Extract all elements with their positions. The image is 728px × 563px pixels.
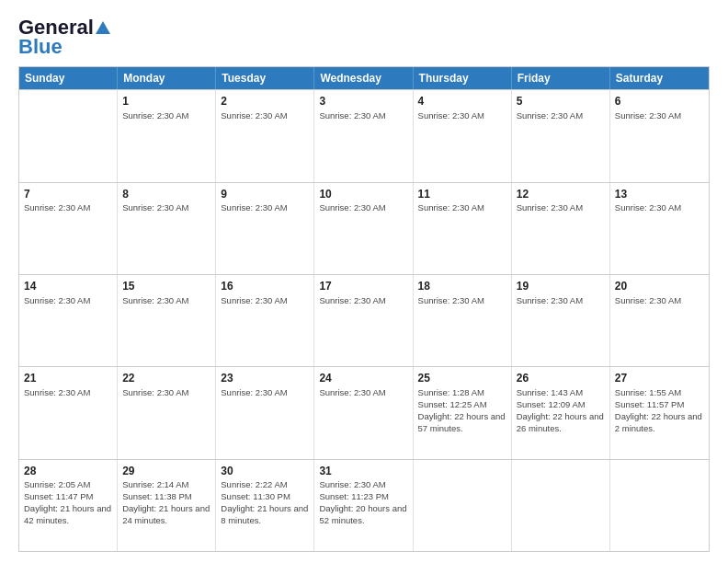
cell-day-number: 6 [615, 94, 704, 109]
cell-info-text: Sunrise: 1:43 AM Sunset: 12:09 AM Daylig… [517, 387, 605, 434]
cell-day-number: 7 [24, 187, 112, 202]
calendar-cell: 22Sunrise: 2:30 AM [118, 367, 216, 458]
cell-info-text: Sunrise: 2:30 AM [615, 202, 704, 214]
calendar-cell: 16Sunrise: 2:30 AM [216, 275, 314, 366]
cell-day-number: 8 [122, 187, 210, 202]
cell-day-number: 3 [319, 94, 407, 109]
calendar-body: 1Sunrise: 2:30 AM2Sunrise: 2:30 AM3Sunri… [19, 89, 709, 551]
cell-day-number: 23 [221, 371, 309, 386]
calendar-cell [19, 90, 118, 181]
cell-info-text: Sunrise: 2:30 AM [221, 295, 309, 307]
calendar-cell: 13Sunrise: 2:30 AM [610, 183, 709, 274]
calendar-cell: 1Sunrise: 2:30 AM [118, 90, 216, 181]
calendar-cell: 9Sunrise: 2:30 AM [216, 183, 314, 274]
cell-info-text: Sunrise: 2:30 AM [221, 202, 309, 214]
weekday-header-monday: Monday [118, 67, 216, 89]
calendar-cell: 10Sunrise: 2:30 AM [314, 183, 413, 274]
weekday-header-wednesday: Wednesday [314, 67, 413, 89]
cell-day-number: 28 [24, 464, 112, 479]
calendar-row-1: 7Sunrise: 2:30 AM8Sunrise: 2:30 AM9Sunri… [19, 182, 709, 274]
calendar-cell: 28Sunrise: 2:05 AM Sunset: 11:47 PM Dayl… [19, 460, 118, 551]
cell-info-text: Sunrise: 2:30 AM [418, 295, 506, 307]
calendar-cell: 18Sunrise: 2:30 AM [414, 275, 512, 366]
cell-day-number: 29 [122, 464, 210, 479]
cell-day-number: 25 [418, 371, 506, 386]
calendar-row-4: 28Sunrise: 2:05 AM Sunset: 11:47 PM Dayl… [19, 459, 709, 551]
calendar-cell: 31Sunrise: 2:30 AM Sunset: 11:23 PM Dayl… [314, 460, 413, 551]
weekday-header-thursday: Thursday [414, 67, 512, 89]
cell-day-number: 19 [517, 279, 605, 294]
cell-info-text: Sunrise: 2:30 AM [517, 202, 605, 214]
cell-info-text: Sunrise: 2:30 AM [221, 110, 309, 122]
cell-info-text: Sunrise: 2:05 AM Sunset: 11:47 PM Daylig… [24, 479, 112, 526]
cell-day-number: 26 [517, 371, 605, 386]
cell-info-text: Sunrise: 2:30 AM [615, 295, 704, 307]
cell-info-text: Sunrise: 2:30 AM [24, 202, 112, 214]
calendar-cell: 11Sunrise: 2:30 AM [414, 183, 512, 274]
calendar-cell: 12Sunrise: 2:30 AM [512, 183, 610, 274]
weekday-header-tuesday: Tuesday [216, 67, 314, 89]
header: General Blue [18, 17, 710, 59]
cell-info-text: Sunrise: 2:30 AM [24, 295, 112, 307]
cell-day-number: 20 [615, 279, 704, 294]
calendar-cell: 21Sunrise: 2:30 AM [19, 367, 118, 458]
cell-day-number: 31 [319, 464, 407, 479]
calendar-cell [414, 460, 512, 551]
calendar-cell: 6Sunrise: 2:30 AM [610, 90, 709, 181]
cell-info-text: Sunrise: 2:30 AM [122, 110, 210, 122]
cell-info-text: Sunrise: 2:30 AM Sunset: 11:23 PM Daylig… [319, 479, 407, 526]
cell-day-number: 21 [24, 371, 112, 386]
cell-info-text: Sunrise: 2:30 AM [122, 387, 210, 399]
cell-day-number: 27 [615, 371, 704, 386]
cell-info-text: Sunrise: 2:22 AM Sunset: 11:30 PM Daylig… [221, 479, 309, 526]
cell-day-number: 10 [319, 187, 407, 202]
calendar-cell: 14Sunrise: 2:30 AM [19, 275, 118, 366]
cell-day-number: 24 [319, 371, 407, 386]
cell-day-number: 16 [221, 279, 309, 294]
logo-triangle-icon [96, 21, 110, 34]
cell-info-text: Sunrise: 2:30 AM [319, 295, 407, 307]
cell-day-number: 2 [221, 94, 309, 109]
weekday-header-sunday: Sunday [19, 67, 118, 89]
calendar-cell: 3Sunrise: 2:30 AM [314, 90, 413, 181]
cell-day-number: 12 [517, 187, 605, 202]
cell-info-text: Sunrise: 2:30 AM [615, 110, 704, 122]
cell-info-text: Sunrise: 2:30 AM [122, 295, 210, 307]
calendar-cell: 8Sunrise: 2:30 AM [118, 183, 216, 274]
cell-info-text: Sunrise: 1:55 AM Sunset: 11:57 PM Daylig… [615, 387, 704, 434]
cell-info-text: Sunrise: 2:30 AM [319, 202, 407, 214]
calendar-cell: 27Sunrise: 1:55 AM Sunset: 11:57 PM Dayl… [610, 367, 709, 458]
calendar-cell [512, 460, 610, 551]
cell-info-text: Sunrise: 2:30 AM [319, 387, 407, 399]
cell-info-text: Sunrise: 2:30 AM [418, 202, 506, 214]
calendar-cell [610, 460, 709, 551]
calendar: SundayMondayTuesdayWednesdayThursdayFrid… [18, 66, 710, 552]
calendar-cell: 20Sunrise: 2:30 AM [610, 275, 709, 366]
calendar-cell: 23Sunrise: 2:30 AM [216, 367, 314, 458]
calendar-cell: 30Sunrise: 2:22 AM Sunset: 11:30 PM Dayl… [216, 460, 314, 551]
cell-day-number: 13 [615, 187, 704, 202]
cell-day-number: 11 [418, 187, 506, 202]
cell-info-text: Sunrise: 2:30 AM [24, 387, 112, 399]
weekday-header-friday: Friday [512, 67, 610, 89]
calendar-cell: 7Sunrise: 2:30 AM [19, 183, 118, 274]
calendar-cell: 5Sunrise: 2:30 AM [512, 90, 610, 181]
calendar-cell: 26Sunrise: 1:43 AM Sunset: 12:09 AM Dayl… [512, 367, 610, 458]
calendar-cell: 19Sunrise: 2:30 AM [512, 275, 610, 366]
cell-day-number: 5 [517, 94, 605, 109]
cell-day-number: 15 [122, 279, 210, 294]
cell-info-text: Sunrise: 2:30 AM [517, 110, 605, 122]
calendar-cell: 2Sunrise: 2:30 AM [216, 90, 314, 181]
cell-info-text: Sunrise: 1:28 AM Sunset: 12:25 AM Daylig… [418, 387, 506, 434]
calendar-cell: 4Sunrise: 2:30 AM [414, 90, 512, 181]
weekday-header-saturday: Saturday [610, 67, 709, 89]
cell-info-text: Sunrise: 2:30 AM [517, 295, 605, 307]
cell-info-text: Sunrise: 2:30 AM [418, 110, 506, 122]
cell-info-text: Sunrise: 2:30 AM [122, 202, 210, 214]
calendar-row-0: 1Sunrise: 2:30 AM2Sunrise: 2:30 AM3Sunri… [19, 89, 709, 181]
logo: General Blue [18, 17, 110, 59]
cell-info-text: Sunrise: 2:14 AM Sunset: 11:38 PM Daylig… [122, 479, 210, 526]
calendar-cell: 24Sunrise: 2:30 AM [314, 367, 413, 458]
cell-day-number: 18 [418, 279, 506, 294]
cell-day-number: 1 [122, 94, 210, 109]
